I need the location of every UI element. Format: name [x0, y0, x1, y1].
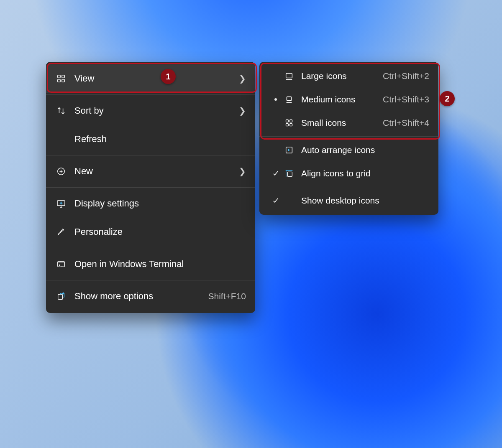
menu-item-shortcut: Ctrl+Shift+4	[383, 118, 429, 128]
separator	[259, 136, 438, 137]
menu-item-label: New	[74, 166, 235, 177]
chevron-right-icon: ❯	[239, 106, 246, 116]
menu-item-shortcut: Shift+F10	[208, 291, 246, 301]
menu-item-shortcut: Ctrl+Shift+2	[383, 71, 429, 81]
menu-item-label: Small icons	[301, 118, 383, 128]
separator	[46, 187, 255, 188]
submenu-item-medium-icons[interactable]: Medium icons Ctrl+Shift+3	[259, 88, 438, 111]
windows11-desktop[interactable]: View ❯ Sort by ❯ Refresh	[0, 0, 502, 448]
show-more-icon	[55, 290, 67, 302]
menu-item-label: Open in Windows Terminal	[74, 259, 246, 270]
svg-rect-10	[287, 97, 292, 101]
menu-item-label: Medium icons	[301, 94, 383, 104]
annotation-badge-2: 2	[440, 91, 455, 106]
svg-rect-1	[62, 75, 64, 78]
small-icons-icon	[283, 117, 295, 129]
checkmark-icon	[269, 197, 283, 204]
svg-rect-9	[286, 74, 292, 78]
paintbrush-icon	[55, 226, 67, 238]
menu-item-shortcut: Ctrl+Shift+3	[383, 94, 429, 104]
menu-item-label: Personalize	[74, 227, 246, 237]
auto-arrange-icon	[283, 144, 295, 156]
menu-item-display-settings[interactable]: Display settings	[46, 189, 255, 218]
menu-item-label: Refresh	[74, 134, 246, 145]
grid-icon	[55, 73, 67, 84]
menu-item-new[interactable]: New ❯	[46, 157, 255, 186]
display-settings-icon	[55, 198, 67, 209]
plus-circle-icon	[55, 165, 67, 177]
blank-icon	[283, 195, 295, 206]
submenu-item-large-icons[interactable]: Large icons Ctrl+Shift+2	[259, 64, 438, 88]
svg-rect-16	[287, 172, 292, 176]
radio-selected-icon	[269, 98, 283, 101]
menu-item-refresh[interactable]: Refresh	[46, 125, 255, 153]
separator	[46, 280, 255, 280]
menu-item-view[interactable]: View ❯	[46, 64, 255, 93]
chevron-right-icon: ❯	[239, 74, 246, 84]
svg-point-6	[60, 202, 62, 204]
menu-item-label: Auto arrange icons	[301, 145, 429, 155]
svg-rect-14	[290, 124, 292, 126]
svg-rect-8	[58, 294, 63, 299]
menu-item-open-terminal[interactable]: Open in Windows Terminal	[46, 250, 255, 278]
submenu-item-small-icons[interactable]: Small icons Ctrl+Shift+4	[259, 111, 438, 135]
chevron-right-icon: ❯	[239, 166, 246, 176]
svg-rect-11	[286, 120, 289, 122]
medium-icons-icon	[283, 94, 295, 105]
checkmark-icon	[269, 170, 283, 177]
terminal-icon	[55, 258, 67, 270]
menu-item-label: Sort by	[74, 105, 235, 116]
separator	[46, 155, 255, 155]
blank-icon	[55, 133, 67, 145]
sort-icon	[55, 105, 67, 117]
submenu-item-auto-arrange[interactable]: Auto arrange icons	[259, 138, 438, 162]
menu-item-label: Show more options	[74, 291, 208, 302]
submenu-item-align-grid[interactable]: Align icons to grid	[259, 162, 438, 185]
submenu-item-show-desktop-icons[interactable]: Show desktop icons	[259, 189, 438, 212]
menu-item-personalize[interactable]: Personalize	[46, 218, 255, 246]
menu-item-label: Show desktop icons	[301, 196, 429, 206]
menu-item-label: Align icons to grid	[301, 168, 429, 178]
svg-rect-2	[58, 79, 60, 82]
menu-item-sort-by[interactable]: Sort by ❯	[46, 97, 255, 125]
align-grid-icon	[283, 168, 295, 179]
view-submenu: Large icons Ctrl+Shift+2 Medium icons Ct…	[259, 62, 438, 215]
menu-item-show-more-options[interactable]: Show more options Shift+F10	[46, 282, 255, 311]
menu-item-label: Large icons	[301, 71, 383, 81]
svg-rect-13	[286, 124, 289, 126]
annotation-badge-1: 1	[161, 69, 176, 84]
large-icons-icon	[283, 70, 295, 82]
separator	[46, 94, 255, 95]
svg-rect-12	[290, 120, 292, 122]
menu-item-label: View	[74, 73, 235, 84]
separator	[46, 248, 255, 248]
desktop-context-menu: View ❯ Sort by ❯ Refresh	[46, 62, 255, 313]
svg-rect-3	[62, 79, 64, 82]
menu-item-label: Display settings	[74, 198, 246, 209]
separator	[259, 187, 438, 187]
svg-rect-0	[58, 75, 60, 78]
